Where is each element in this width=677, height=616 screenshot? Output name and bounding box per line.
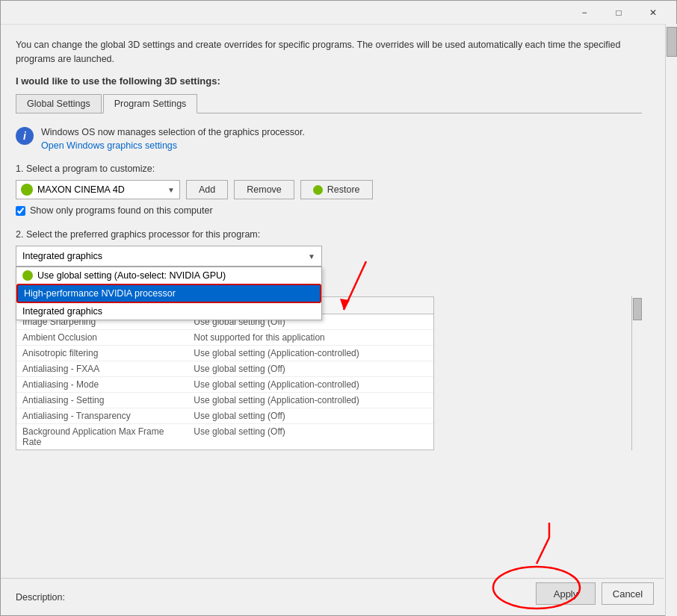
feature-cell: Antialiasing - FXAA [16,361,188,376]
bottom-area: Description: Apply Cancel [1,578,676,615]
main-window: − □ ✕ You can change the global 3D setti… [0,0,677,616]
feature-cell: Antialiasing - Transparency [16,408,188,423]
setting-cell: Use global setting (Off) [188,408,423,423]
table-row[interactable]: Ambient Occlusion Not supported for this… [16,330,433,346]
setting-cell: Not supported for this application [188,330,423,345]
table-row[interactable]: Antialiasing - Transparency Use global s… [16,408,433,424]
table-row[interactable]: Antialiasing - Mode Use global setting (… [16,377,433,393]
apply-button[interactable]: Apply [536,582,596,605]
program-row: MAXON CINEMA 4D ▼ Add Remove Restore [16,180,642,199]
feature-cell: Antialiasing - Setting [16,393,188,408]
setting-cell: Use global setting (Application-controll… [188,393,423,408]
maximize-button[interactable]: □ [602,1,636,25]
nvidia-sm-icon [22,270,33,281]
feature-cell: Ambient Occlusion [16,330,188,345]
table-scrollbar[interactable] [631,296,642,450]
scroll-thumb[interactable] [667,27,677,57]
dropdown-item-global[interactable]: Use global setting (Auto-select: NVIDIA … [16,267,321,284]
table-scroll-thumb[interactable] [633,298,642,320]
table-body: Image Sharpening Use global setting (Off… [16,314,433,449]
cancel-button[interactable]: Cancel [602,582,654,605]
gpu-selected-text: Integrated graphics [22,251,102,261]
remove-button[interactable]: Remove [234,180,294,199]
info-text: Windows OS now manages selection of the … [41,125,305,154]
vertical-scrollbar[interactable] [665,24,677,616]
tab-global[interactable]: Global Settings [16,94,102,113]
dropdown-item-integrated-label: Integrated graphics [22,306,102,317]
restore-button[interactable]: Restore [300,180,373,199]
dropdown-item-label: Use global setting (Auto-select: NVIDIA … [37,270,226,281]
gpu-dropdown[interactable]: Integrated graphics ▼ [16,246,322,267]
step1-label: 1. Select a program to customize: [16,164,642,174]
setting-cell: Use global setting (Application-controll… [188,377,423,392]
gpu-dropdown-wrapper: Integrated graphics ▼ Use global setting… [16,246,642,267]
checkbox-row: Show only programs found on this compute… [16,205,642,216]
nvidia-dot-icon [21,184,33,196]
show-programs-checkbox[interactable] [16,206,25,216]
program-dropdown-arrow: ▼ [167,186,175,194]
table-row[interactable]: Antialiasing - FXAA Use global setting (… [16,361,433,377]
info-icon: i [16,127,34,145]
bottom-buttons: Apply Cancel [536,582,654,605]
dropdown-item-integrated[interactable]: Integrated graphics [16,303,321,320]
table-row[interactable]: Background Application Max Frame Rate Us… [16,424,433,449]
program-dropdown[interactable]: MAXON CINEMA 4D ▼ [16,180,180,199]
feature-cell: Antialiasing - Mode [16,377,188,392]
restore-nvidia-icon [313,185,323,195]
setting-cell: Use global setting (Application-controll… [188,346,423,361]
info-box: i Windows OS now manages selection of th… [16,125,642,154]
dropdown-item-highperf[interactable]: High-performance NVIDIA processor [16,284,321,303]
feature-cell: Background Application Max Frame Rate [16,424,188,449]
minimize-button[interactable]: − [567,1,602,25]
titlebar: − □ ✕ [1,1,676,25]
setting-cell: Use global setting (Off) [188,361,423,376]
setting-cell: Use global setting (Off) [188,424,423,449]
checkbox-label: Show only programs found on this compute… [30,205,213,216]
table-row[interactable]: Anisotropic filtering Use global setting… [16,346,433,361]
section-title: I would like to use the following 3D set… [16,75,642,87]
main-content: You can change the global 3D settings an… [1,25,664,578]
tab-program[interactable]: Program Settings [103,94,198,113]
windows-graphics-link[interactable]: Open Windows graphics settings [41,140,177,151]
table-row[interactable]: Antialiasing - Setting Use global settin… [16,393,433,408]
description-text: You can change the global 3D settings an… [16,32,642,66]
program-name: MAXON CINEMA 4D [37,184,125,195]
feature-cell: Anisotropic filtering [16,346,188,361]
dropdown-item-highperf-label: High-performance NVIDIA processor [24,288,176,299]
close-button[interactable]: ✕ [636,1,670,25]
gpu-dropdown-arrow: ▼ [308,252,315,261]
gpu-dropdown-menu: Use global setting (Auto-select: NVIDIA … [16,267,322,320]
tabs: Global Settings Program Settings [16,94,642,113]
step2-label: 2. Select the preferred graphics process… [16,229,642,240]
add-button[interactable]: Add [186,180,228,199]
